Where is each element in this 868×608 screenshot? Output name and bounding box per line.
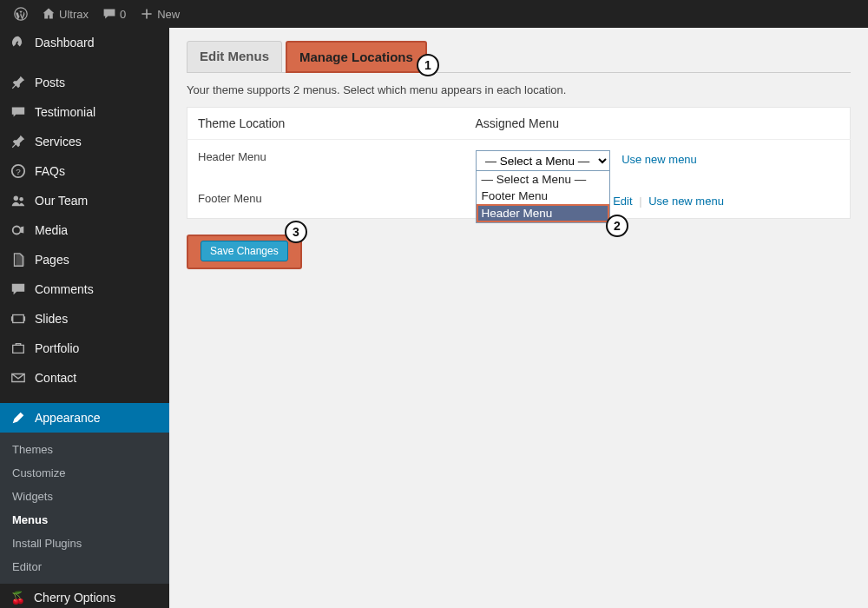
new-label: New [157,8,180,21]
svg-point-3 [14,196,18,201]
comments-link[interactable]: 0 [95,7,133,21]
slides-icon [10,311,26,327]
dropdown-option[interactable]: — Select a Menu — [477,171,609,188]
sidebar-item-cherry[interactable]: 🍒 Cherry Options [0,584,169,608]
admin-sidebar: Dashboard Posts Testimonial Services ? F… [0,28,169,608]
submenu-widgets[interactable]: Widgets [0,485,169,508]
sidebar-item-label: Comments [35,282,94,296]
sidebar-item-testimonial[interactable]: Testimonial [0,97,169,127]
sidebar-item-label: Appearance [35,411,101,425]
separator: | [639,195,641,208]
callout-3: 3 [285,221,307,243]
tab-manage-locations[interactable]: Manage Locations [286,41,427,73]
svg-rect-8 [23,316,25,321]
use-new-menu-link[interactable]: Use new menu [648,195,724,208]
sidebar-item-label: Cherry Options [34,591,115,605]
sidebar-item-label: FAQs [35,164,65,178]
pin-icon [10,134,26,149]
use-new-menu-link[interactable]: Use new menu [621,153,697,166]
sidebar-item-pages[interactable]: Pages [0,245,169,274]
cherry-icon: 🍒 [10,591,25,605]
sidebar-item-comments[interactable]: Comments [0,274,169,304]
pin-icon [10,75,26,90]
submenu-install-plugins[interactable]: Install Plugins [0,532,169,555]
location-name: Footer Menu [187,182,465,219]
svg-rect-7 [11,316,13,321]
media-icon [10,222,26,238]
content-area: Edit Menus Manage Locations Your theme s… [169,28,868,608]
wordpress-icon [14,7,28,21]
sidebar-item-contact[interactable]: Contact [0,363,169,393]
comment-icon [10,281,26,297]
sidebar-item-label: Portfolio [35,341,79,355]
wp-logo[interactable] [7,7,35,21]
svg-point-5 [13,227,21,235]
sidebar-item-services[interactable]: Services [0,127,169,156]
svg-text:?: ? [16,167,21,176]
comment-icon [102,7,116,21]
sidebar-item-label: Testimonial [35,105,95,119]
sidebar-item-dashboard[interactable]: Dashboard [0,28,169,57]
help-text: Your theme supports 2 menus. Select whic… [187,83,851,96]
sidebar-item-label: Media [35,223,68,237]
edit-menu-link[interactable]: Edit [613,195,632,208]
col-assigned-menu: Assigned Menu [465,108,851,140]
sidebar-item-slides[interactable]: Slides [0,304,169,334]
submenu-editor[interactable]: Editor [0,555,169,578]
pages-icon [10,252,26,268]
help-icon: ? [10,163,26,179]
plus-icon [140,7,154,21]
save-changes-button[interactable]: Save Changes [187,235,302,269]
sidebar-item-label: Services [35,135,82,149]
sidebar-item-label: Our Team [35,194,88,208]
admin-bar: Ultrax 0 New [0,0,868,28]
sidebar-item-label: Contact [35,371,76,385]
sidebar-item-media[interactable]: Media [0,215,169,245]
sidebar-item-label: Pages [35,253,69,267]
sidebar-item-appearance[interactable]: Appearance [0,403,169,433]
callout-2: 2 [606,215,628,237]
svg-rect-6 [13,315,24,323]
menu-select-dropdown: — Select a Menu — Footer Menu Header Men… [476,170,610,223]
submenu-themes[interactable]: Themes [0,438,169,461]
portfolio-icon [10,340,26,356]
site-name: Ultrax [59,8,89,21]
appearance-icon [10,410,26,426]
new-link[interactable]: New [133,7,187,21]
locations-table: Theme Location Assigned Menu Header Menu… [187,107,851,219]
site-link[interactable]: Ultrax [35,7,95,21]
tab-edit-menus[interactable]: Edit Menus [187,41,282,73]
sidebar-item-label: Posts [35,76,65,89]
sidebar-item-portfolio[interactable]: Portfolio [0,334,169,363]
team-icon [10,193,26,208]
submenu-menus[interactable]: Menus [0,508,169,532]
location-name: Header Menu [187,140,465,182]
sidebar-item-label: Slides [35,312,68,326]
nav-tabs: Edit Menus Manage Locations [187,41,851,73]
table-row: Header Menu — Select a Menu — — Select a… [187,140,851,182]
callout-1: 1 [417,54,439,76]
appearance-submenu: Themes Customize Widgets Menus Install P… [0,433,169,584]
col-theme-location: Theme Location [187,108,465,140]
quote-icon [10,104,26,120]
dropdown-option[interactable]: Footer Menu [477,188,609,204]
home-icon [42,7,56,21]
contact-icon [10,370,26,386]
dashboard-icon [10,35,26,50]
menu-select-header[interactable]: — Select a Menu — [476,150,610,171]
dropdown-option-highlighted[interactable]: Header Menu [477,204,609,222]
sidebar-item-posts[interactable]: Posts [0,68,169,97]
sidebar-item-team[interactable]: Our Team [0,186,169,215]
submenu-customize[interactable]: Customize [0,461,169,485]
sidebar-item-faqs[interactable]: ? FAQs [0,156,169,186]
svg-point-4 [19,197,23,202]
sidebar-item-label: Dashboard [35,36,95,50]
comments-count: 0 [120,8,126,21]
